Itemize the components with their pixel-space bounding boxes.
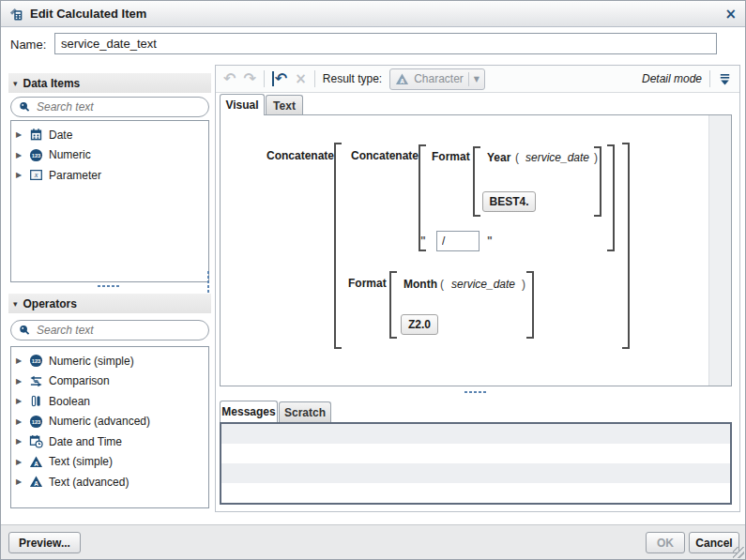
text-a-icon [29,455,43,469]
horizontal-splitter[interactable] [464,391,486,393]
month-node[interactable]: Month [403,278,437,291]
paren-close: ) [522,278,525,291]
message-row [221,483,730,503]
numeric-123-icon [29,148,43,162]
expand-arrow-icon[interactable]: ▶ [16,458,23,466]
expand-arrow-icon[interactable]: ▶ [16,356,23,365]
tree-item-parameter[interactable]: ▶ Parameter [16,165,208,186]
tab-scratch-label: Scratch [284,406,326,419]
outer-concatenate-node[interactable]: Concatenate [266,149,334,162]
expand-arrow-icon[interactable]: ▶ [16,397,23,405]
numeric-123-icon [29,415,43,429]
scrollbar[interactable] [708,115,731,386]
expand-arrow-icon[interactable]: ▶ [16,130,23,139]
tab-messages[interactable]: Messages [220,401,278,422]
data-items-search-input[interactable] [37,100,202,114]
data-items-header-label: Data Items [23,77,81,90]
editor-toolbar: ↶ ↷ ↶ × Result type: Character ▼ Detail … [216,66,739,93]
month-format-button[interactable]: Z2.0 [401,314,438,335]
inner-concatenate-node[interactable]: Concatenate [351,149,419,162]
data-items-header[interactable]: ▾ Data Items [8,73,211,93]
character-type-icon [395,72,409,86]
expand-arrow-icon[interactable]: ▶ [16,171,23,179]
tree-item-label: Boolean [49,395,90,408]
ok-button[interactable]: OK [646,532,685,553]
title-bar: Edit Calculated Item × [1,1,745,27]
message-row [221,424,730,444]
year-format-button[interactable]: BEST4. [482,191,536,212]
operators-header[interactable]: ▾ Operators [8,294,211,313]
name-label: Name: [10,38,46,52]
tab-visual[interactable]: Visual [220,94,265,115]
tree-item-boolean[interactable]: ▶ Boolean [16,391,208,412]
tree-item-label: Numeric [49,148,91,161]
redo-icon[interactable]: ↷ [243,71,255,86]
tree-item-numeric[interactable]: ▶ Numeric [16,145,208,166]
quote-open: " [420,235,426,248]
tree-item-text-simple[interactable]: ▶ Text (simple) [16,452,208,473]
expand-arrow-icon[interactable]: ▶ [16,417,23,426]
expand-arrow-icon[interactable]: ▶ [16,151,23,159]
year-node[interactable]: Year [487,151,510,164]
expression-bracket [622,143,630,349]
format-year-node[interactable]: Format [432,150,470,163]
tree-item-label: Comparison [49,374,110,387]
footer-bar: Preview... OK Cancel [1,524,745,559]
tree-item-date-and-time[interactable]: ▶ Date and Time [16,431,208,452]
tab-scratch[interactable]: Scratch [279,401,331,422]
close-icon[interactable]: × [724,6,737,23]
expression-bracket [334,143,342,349]
tree-item-date[interactable]: ▶ Date [16,125,208,145]
detail-mode-label: Detail mode [642,72,702,85]
dialog-title: Edit Calculated Item [30,7,146,21]
cancel-button[interactable]: Cancel [689,532,739,553]
separator-literal-input[interactable] [436,231,480,251]
expression-bracket [389,271,397,339]
expression-bracket [473,146,480,217]
comparison-icon [29,374,43,388]
tree-item-label: Parameter [49,169,101,182]
tree-item-label: Date [49,129,72,142]
chevron-down-icon: ▼ [474,75,480,83]
data-items-tree: ▶ Date ▶ Numeric ▶ Parameter [10,120,209,282]
preview-button[interactable]: Preview... [8,532,81,553]
boolean-icon [29,394,43,408]
result-type-dropdown[interactable]: Character ▼ [389,68,485,90]
expand-arrow-icon[interactable]: ▶ [16,437,23,446]
data-items-search[interactable] [10,97,209,117]
undo-icon[interactable]: ↶ [223,71,236,86]
result-type-label: Result type: [323,72,382,85]
expand-arrow-icon[interactable]: ▶ [16,377,23,386]
tab-text-label: Text [273,99,296,113]
operators-search-input[interactable] [37,324,202,337]
name-input[interactable] [54,33,717,54]
message-row [221,463,730,483]
expand-arrow-icon[interactable]: ▶ [16,477,23,486]
tree-item-label: Numeric (simple) [49,355,134,368]
tree-item-label: Date and Time [49,435,122,448]
expression-bracket [607,144,615,251]
year-arg[interactable]: service_date [525,151,589,164]
tree-item-comparison[interactable]: ▶ Comparison [16,371,208,392]
tree-item-text-advanced[interactable]: ▶ Text (advanced) [16,472,208,492]
tree-item-numeric-advanced[interactable]: ▶ Numeric (advanced) [16,412,208,432]
tab-text[interactable]: Text [266,95,303,115]
delete-icon[interactable]: × [295,72,307,86]
date-time-icon [29,434,43,448]
reset-icon[interactable]: ↶ [272,71,287,86]
quote-close: " [487,235,493,248]
tree-item-label: Text (advanced) [49,476,129,489]
visual-expression-canvas[interactable]: Concatenate Concatenate Format Year ( se… [220,114,732,386]
calculated-item-icon [9,7,23,22]
calendar-icon [29,128,43,142]
horizontal-splitter[interactable] [98,285,119,287]
operators-search[interactable] [10,320,209,341]
operators-header-label: Operators [23,297,77,310]
resize-grip[interactable] [733,547,744,558]
expression-bracket [594,146,601,217]
tree-item-numeric-simple[interactable]: ▶ Numeric (simple) [16,351,208,371]
collapse-caret-icon: ▾ [13,299,18,309]
format-month-node[interactable]: Format [348,277,387,290]
detail-mode-toggle-icon[interactable] [718,71,732,87]
month-arg[interactable]: service_date [451,278,515,291]
